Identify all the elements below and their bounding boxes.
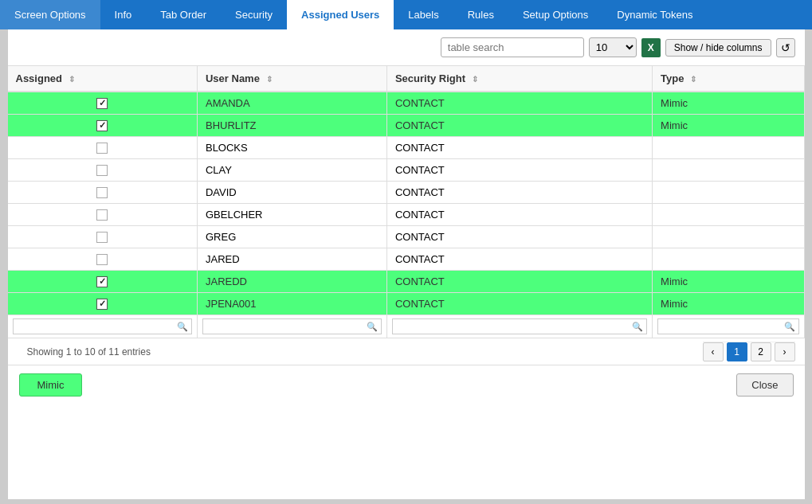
sort-icon-assigned: ⇕ <box>69 75 75 84</box>
security-right-cell: CONTACT <box>386 159 652 182</box>
tab-setup-options[interactable]: Setup Options <box>508 0 602 29</box>
table-body: AMANDACONTACTMimicBHURLITZCONTACTMimicBL… <box>8 92 805 315</box>
modal-container: 5102550100 X Show / hide columns ↺ Assig… <box>8 29 805 499</box>
table-row[interactable]: CLAYCONTACT <box>8 159 805 182</box>
security-right-cell: CONTACT <box>386 92 652 115</box>
sort-icon-username: ⇕ <box>266 75 273 84</box>
table-row[interactable]: JPENA001CONTACTMimic <box>8 293 805 315</box>
assigned-users-table: Assigned ⇕ User Name ⇕ Security Right ⇕ … <box>8 66 805 338</box>
username-cell: JAREDD <box>197 271 386 293</box>
excel-export-button[interactable]: X <box>641 38 661 57</box>
table-row[interactable]: DAVIDCONTACT <box>8 182 805 204</box>
tab-labels[interactable]: Labels <box>394 0 453 29</box>
filter-security-wrap: 🔍 <box>392 318 647 334</box>
assigned-checkbox-1[interactable] <box>96 120 108 131</box>
username-cell: JARED <box>197 248 386 271</box>
tab-info[interactable]: Info <box>100 0 147 29</box>
table-header-row: Assigned ⇕ User Name ⇕ Security Right ⇕ … <box>8 66 805 92</box>
type-cell <box>653 182 804 204</box>
username-cell: GBELCHER <box>197 204 386 226</box>
reset-button[interactable]: ↺ <box>776 38 795 57</box>
type-cell: Mimic <box>653 92 804 115</box>
assigned-checkbox-2[interactable] <box>96 143 108 154</box>
username-cell: DAVID <box>197 182 386 204</box>
tab-bar: Screen OptionsInfoTab OrderSecurityAssig… <box>0 0 812 29</box>
filter-security-input[interactable] <box>396 321 632 332</box>
tab-assigned-users[interactable]: Assigned Users <box>287 0 394 29</box>
table-row[interactable]: GBELCHERCONTACT <box>8 204 805 226</box>
per-page-select[interactable]: 5102550100 <box>589 37 637 57</box>
page-2-button[interactable]: 2 <box>751 342 771 361</box>
security-right-cell: CONTACT <box>386 226 652 248</box>
assigned-checkbox-3[interactable] <box>96 165 108 176</box>
page-1-button[interactable]: 1 <box>727 342 747 361</box>
prev-page-button[interactable]: ‹ <box>703 342 724 361</box>
tab-dynamic-tokens[interactable]: Dynamic Tokens <box>602 0 707 29</box>
username-cell: BLOCKS <box>197 137 386 159</box>
col-header-security-right[interactable]: Security Right ⇕ <box>386 66 652 92</box>
tab-screen-options[interactable]: Screen Options <box>0 0 100 29</box>
security-right-cell: CONTACT <box>386 115 652 137</box>
type-cell: Mimic <box>653 115 804 137</box>
assigned-checkbox-6[interactable] <box>96 232 108 243</box>
filter-assigned-wrap: 🔍 <box>13 318 192 334</box>
show-hide-columns-button[interactable]: Show / hide columns <box>665 39 771 57</box>
table-row[interactable]: GREGCONTACT <box>8 226 805 248</box>
security-right-cell: CONTACT <box>386 204 652 226</box>
filter-search-icon-2: 🔍 <box>367 322 378 332</box>
tab-tab-order[interactable]: Tab Order <box>146 0 221 29</box>
type-cell <box>653 248 804 271</box>
tab-security[interactable]: Security <box>221 0 287 29</box>
mimic-button[interactable]: Mimic <box>19 373 83 397</box>
filter-search-icon-1: 🔍 <box>177 322 188 332</box>
security-right-cell: CONTACT <box>386 248 652 271</box>
filter-search-icon-3: 🔍 <box>632 322 643 332</box>
filter-assigned-input[interactable] <box>17 321 177 332</box>
filter-row: 🔍 🔍 🔍 <box>8 315 805 338</box>
col-header-type[interactable]: Type ⇕ <box>653 66 804 92</box>
col-header-assigned[interactable]: Assigned ⇕ <box>8 66 198 92</box>
filter-username-input[interactable] <box>206 321 367 332</box>
filter-type-input[interactable] <box>661 321 783 332</box>
toolbar: 5102550100 X Show / hide columns ↺ <box>8 29 805 66</box>
username-cell: JPENA001 <box>197 293 386 315</box>
filter-username-wrap: 🔍 <box>202 318 382 334</box>
assigned-checkbox-8[interactable] <box>96 276 108 287</box>
assigned-checkbox-0[interactable] <box>96 98 108 109</box>
assigned-checkbox-9[interactable] <box>96 299 108 310</box>
security-right-cell: CONTACT <box>386 137 652 159</box>
sort-icon-type: ⇕ <box>690 75 696 84</box>
username-cell: GREG <box>197 226 386 248</box>
search-input[interactable] <box>441 37 584 57</box>
username-cell: CLAY <box>197 159 386 182</box>
tab-rules[interactable]: Rules <box>453 0 508 29</box>
username-cell: BHURLITZ <box>197 115 386 137</box>
type-cell <box>653 204 804 226</box>
footer: Mimic Close <box>8 365 805 404</box>
assigned-checkbox-5[interactable] <box>96 209 108 221</box>
security-right-cell: CONTACT <box>386 271 652 293</box>
col-header-username[interactable]: User Name ⇕ <box>197 66 386 92</box>
security-right-cell: CONTACT <box>386 293 652 315</box>
filter-search-icon-4: 🔍 <box>784 322 795 332</box>
table-row[interactable]: AMANDACONTACTMimic <box>8 92 805 115</box>
next-page-button[interactable]: › <box>775 342 795 361</box>
table-row[interactable]: BLOCKSCONTACT <box>8 137 805 159</box>
type-cell: Mimic <box>653 293 804 315</box>
username-cell: AMANDA <box>197 92 386 115</box>
type-cell <box>653 137 804 159</box>
assigned-checkbox-7[interactable] <box>96 254 108 265</box>
security-right-cell: CONTACT <box>386 182 652 204</box>
table-row[interactable]: JAREDDCONTACTMimic <box>8 271 805 293</box>
filter-type-wrap: 🔍 <box>657 318 798 334</box>
status-text: Showing 1 to 10 of 11 entries <box>18 343 160 361</box>
close-button[interactable]: Close <box>736 373 793 397</box>
sort-icon-security: ⇕ <box>472 75 478 84</box>
table-row[interactable]: JAREDCONTACT <box>8 248 805 271</box>
pagination: ‹ 1 2 › <box>703 342 795 361</box>
table-row[interactable]: BHURLITZCONTACTMimic <box>8 115 805 137</box>
type-cell: Mimic <box>653 271 804 293</box>
type-cell <box>653 159 804 182</box>
assigned-checkbox-4[interactable] <box>96 187 108 198</box>
type-cell <box>653 226 804 248</box>
